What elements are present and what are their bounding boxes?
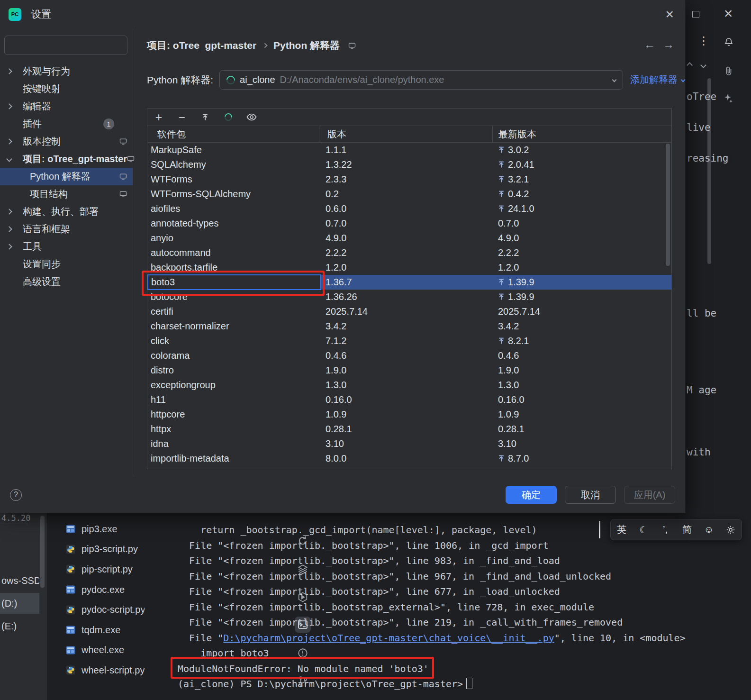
sidebar-item[interactable]: 构建、执行、部署: [0, 203, 133, 220]
settings-search[interactable]: [4, 36, 127, 55]
project-tree-item[interactable]: pip-script.py: [48, 559, 145, 580]
add-package-button[interactable]: +: [154, 112, 164, 122]
upgrade-arrow-icon[interactable]: [498, 146, 505, 154]
sidebar-item[interactable]: 项目结构: [0, 185, 133, 203]
package-row[interactable]: SQLAlchemy1.3.222.0.41: [147, 157, 671, 172]
package-name-editbox[interactable]: boto3: [147, 274, 321, 290]
ok-button[interactable]: 确定: [506, 486, 557, 504]
explorer-scrollbar[interactable]: [40, 516, 45, 588]
package-name-edit-text: boto3: [151, 277, 175, 288]
close-window-button[interactable]: ×: [721, 4, 736, 22]
show-early-releases-eye-icon[interactable]: [246, 112, 257, 122]
terminal-panel[interactable]: return _bootstrap._gcd_import(name[level…: [171, 513, 751, 700]
sidebar-item[interactable]: 高级设置: [0, 273, 133, 291]
sidebar-item[interactable]: 项目: oTree_gpt-master: [0, 150, 133, 168]
sidebar-item[interactable]: 版本控制: [0, 133, 133, 150]
project-tree-item[interactable]: pip3.exe: [48, 519, 145, 539]
package-row[interactable]: click7.1.28.2.1: [147, 334, 671, 348]
ime-language-button[interactable]: 英: [612, 523, 631, 536]
sidebar-item-label: 构建、执行、部署: [23, 205, 99, 218]
paperclip-icon[interactable]: [724, 66, 733, 78]
package-row[interactable]: exceptiongroup1.3.01.3.0: [147, 378, 671, 392]
dialog-close-button[interactable]: ×: [665, 7, 674, 21]
upgrade-arrow-icon[interactable]: [498, 205, 505, 212]
sidebar-item[interactable]: 语言和框架: [0, 220, 133, 238]
package-row[interactable]: idna3.103.10: [147, 436, 671, 451]
settings-search-input[interactable]: [13, 40, 129, 51]
project-tree-item[interactable]: wheel.exe: [48, 640, 145, 661]
editor-scrollbar[interactable]: [707, 78, 711, 264]
upgrade-arrow-icon[interactable]: [498, 337, 505, 345]
breadcrumb-project[interactable]: 项目: oTree_gpt-master: [147, 39, 256, 52]
chevron-up-icon[interactable]: [687, 62, 693, 68]
package-row[interactable]: charset-normalizer3.4.23.4.2: [147, 319, 671, 334]
upgrade-package-button[interactable]: [200, 112, 210, 122]
package-row[interactable]: aiofiles0.6.024.1.0: [147, 201, 671, 216]
package-row[interactable]: WTForms-SQLAlchemy0.20.4.2: [147, 187, 671, 201]
ime-script-button[interactable]: 简: [678, 523, 697, 536]
upgrade-arrow-icon[interactable]: [498, 176, 505, 183]
package-row[interactable]: botocore1.36.261.39.9: [147, 290, 671, 304]
package-row[interactable]: importlib-metadata8.0.08.7.0: [147, 451, 671, 466]
package-row[interactable]: colorama0.4.60.4.6: [147, 348, 671, 363]
column-header-package[interactable]: 软件包: [147, 126, 319, 142]
dialog-footer: ? 确定 取消 应用(A): [0, 477, 685, 513]
notifications-bell-icon[interactable]: [724, 37, 734, 49]
cancel-button[interactable]: 取消: [565, 486, 616, 504]
package-row[interactable]: autocommand2.2.22.2.2: [147, 245, 671, 260]
apply-button[interactable]: 应用(A): [624, 486, 675, 504]
drive-list-item[interactable]: (E:): [0, 616, 39, 636]
package-table-scrollbar[interactable]: [666, 144, 670, 266]
upgrade-arrow-icon[interactable]: [498, 161, 505, 168]
column-header-latest[interactable]: 最新版本: [492, 126, 671, 142]
upgrade-arrow-icon[interactable]: [498, 279, 505, 286]
package-row[interactable]: WTForms2.3.33.2.1: [147, 172, 671, 187]
column-header-version[interactable]: 版本: [319, 126, 492, 142]
ime-emoji-button[interactable]: ☺: [699, 524, 718, 535]
sidebar-item[interactable]: Python 解释器: [0, 168, 133, 185]
project-tree-item[interactable]: wheel-script.py: [48, 660, 145, 681]
chevron-down-icon[interactable]: [700, 62, 706, 68]
package-row[interactable]: distro1.9.01.9.0: [147, 363, 671, 378]
traceback-file-link[interactable]: D:\pycharm\project\oTree_gpt-master\chat…: [223, 632, 554, 644]
package-row[interactable]: h110.16.00.16.0: [147, 392, 671, 407]
upgrade-arrow-icon[interactable]: [498, 455, 505, 462]
package-row[interactable]: anyio4.9.04.9.0: [147, 231, 671, 245]
ai-assistant-icon[interactable]: [723, 93, 733, 105]
sidebar-item[interactable]: 按键映射: [0, 80, 133, 98]
sidebar-item[interactable]: 工具: [0, 238, 133, 255]
add-interpreter-link[interactable]: 添加解释器: [630, 73, 685, 86]
ime-punctuation-button[interactable]: ’,: [656, 524, 675, 535]
ime-moon-icon[interactable]: ☾: [634, 524, 653, 536]
drive-list-item[interactable]: (D:): [0, 593, 39, 614]
package-row[interactable]: backports.tarfile1.2.01.2.0: [147, 260, 671, 275]
pycharm-logo: PC: [9, 8, 21, 21]
package-row[interactable]: MarkupSafe1.1.13.0.2: [147, 143, 671, 157]
package-row[interactable]: httpx0.28.10.28.1: [147, 422, 671, 436]
help-button[interactable]: ?: [10, 489, 22, 501]
upgrade-arrow-icon[interactable]: [498, 293, 505, 300]
sidebar-item[interactable]: 插件1: [0, 115, 133, 133]
forward-arrow-button[interactable]: →: [663, 38, 674, 51]
sidebar-item[interactable]: 设置同步: [0, 255, 133, 273]
ime-settings-gear-icon[interactable]: [721, 525, 740, 535]
project-tree-item[interactable]: pip3-script.py: [48, 539, 145, 560]
upgrade-arrow-icon[interactable]: [498, 191, 505, 198]
package-row[interactable]: boto31.36.71.39.9: [147, 275, 671, 290]
project-tree-item[interactable]: pydoc.exe: [48, 580, 145, 600]
drive-list-item[interactable]: ows-SSD: [0, 570, 39, 591]
remove-package-button[interactable]: −: [177, 112, 187, 122]
maximize-button[interactable]: [689, 8, 702, 20]
project-tree-item[interactable]: pydoc-script.py: [48, 600, 145, 620]
package-row[interactable]: certifi2025.7.142025.7.14: [147, 304, 671, 319]
interpreter-select[interactable]: ai_clone D:/Anaconda/envs/ai_clone/pytho…: [219, 70, 623, 90]
package-row[interactable]: annotated-types0.7.00.7.0: [147, 216, 671, 231]
project-tree-item[interactable]: tqdm.exe: [48, 620, 145, 640]
sidebar-item[interactable]: 外观与行为: [0, 63, 133, 80]
package-latest-cell: 0.4.2: [492, 187, 671, 201]
editor-scroll-chevrons[interactable]: [688, 63, 706, 67]
more-menu-icon[interactable]: ⋮: [698, 34, 709, 47]
back-arrow-button[interactable]: ←: [644, 38, 655, 51]
sidebar-item[interactable]: 编辑器: [0, 98, 133, 115]
package-row[interactable]: httpcore1.0.91.0.9: [147, 407, 671, 422]
